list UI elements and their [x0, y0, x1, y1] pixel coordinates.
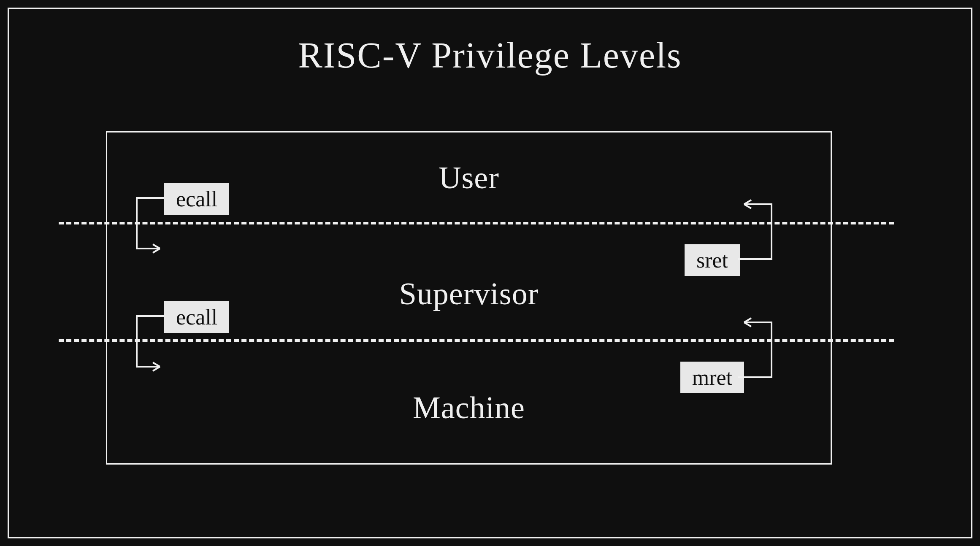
ecall-arrow-supervisor-to-machine: [124, 301, 175, 386]
sret-arrow-supervisor-to-user: [729, 189, 788, 274]
privilege-levels-box: User Supervisor Machine ecall ecall sret…: [106, 131, 832, 465]
ecall-arrow-user-to-supervisor: [124, 183, 175, 268]
outer-frame: RISC-V Privilege Levels User Supervisor …: [8, 8, 972, 538]
level-machine-label: Machine: [107, 390, 831, 426]
mret-arrow-machine-to-supervisor: [729, 308, 788, 392]
diagram-title: RISC-V Privilege Levels: [9, 34, 971, 76]
